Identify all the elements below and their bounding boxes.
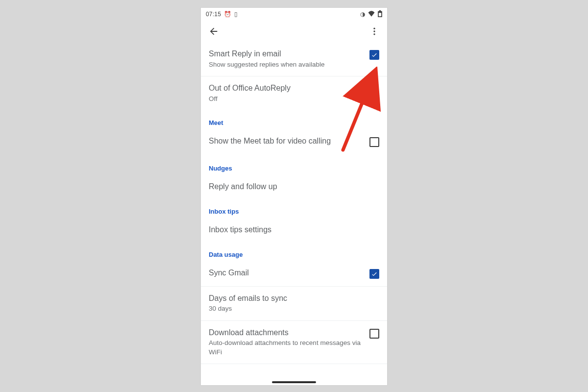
row-subtitle: Show suggested replies when available bbox=[209, 60, 365, 69]
phone-frame: 07:15 ⏰ ▯ ◑ Smart Reply in email bbox=[201, 8, 387, 385]
row-download-attachments[interactable]: Download attachments Auto-download attac… bbox=[201, 321, 387, 364]
section-header-inbox-tips: Inbox tips bbox=[201, 199, 387, 218]
dnd-icon: ◑ bbox=[360, 11, 365, 17]
svg-point-1 bbox=[373, 30, 375, 32]
wifi-icon bbox=[368, 11, 375, 18]
row-subtitle: Off bbox=[209, 95, 379, 103]
overflow-menu-button[interactable] bbox=[365, 22, 384, 41]
row-title: Inbox tips settings bbox=[209, 225, 379, 235]
row-nudges[interactable]: Reply and follow up bbox=[201, 175, 387, 199]
alarm-icon: ⏰ bbox=[224, 11, 231, 17]
svg-point-2 bbox=[373, 33, 375, 35]
status-bar: 07:15 ⏰ ▯ ◑ bbox=[201, 8, 387, 21]
device-icon: ▯ bbox=[234, 11, 238, 17]
row-inbox-tips[interactable]: Inbox tips settings bbox=[201, 218, 387, 242]
row-title: Sync Gmail bbox=[209, 268, 365, 278]
row-title: Download attachments bbox=[209, 328, 365, 338]
row-subtitle: 30 days bbox=[209, 304, 379, 313]
row-title: Days of emails to sync bbox=[209, 294, 379, 304]
section-header-meet: Meet bbox=[201, 110, 387, 129]
app-bar bbox=[201, 21, 387, 42]
home-indicator bbox=[272, 381, 316, 383]
row-title: Out of Office AutoReply bbox=[209, 83, 379, 94]
svg-point-0 bbox=[373, 28, 375, 29]
row-meet-tab[interactable]: Show the Meet tab for video calling bbox=[201, 129, 387, 156]
back-button[interactable] bbox=[204, 22, 223, 41]
section-header-nudges: Nudges bbox=[201, 156, 387, 175]
checkbox-smart-reply[interactable] bbox=[369, 50, 379, 60]
row-days-sync[interactable]: Days of emails to sync 30 days bbox=[201, 287, 387, 321]
row-title: Reply and follow up bbox=[209, 182, 379, 192]
checkbox-sync-gmail[interactable] bbox=[369, 269, 379, 279]
battery-icon bbox=[378, 10, 382, 18]
row-out-of-office[interactable]: Out of Office AutoReply Off bbox=[201, 76, 387, 110]
settings-list: Smart Reply in email Show suggested repl… bbox=[201, 42, 387, 364]
section-header-data-usage: Data usage bbox=[201, 242, 387, 261]
checkbox-meet-tab[interactable] bbox=[369, 137, 379, 147]
row-smart-reply[interactable]: Smart Reply in email Show suggested repl… bbox=[201, 42, 387, 76]
row-subtitle: Auto-download attachments to recent mess… bbox=[209, 339, 365, 356]
checkbox-download-attachments[interactable] bbox=[369, 329, 379, 339]
row-title: Show the Meet tab for video calling bbox=[209, 136, 365, 147]
status-time: 07:15 bbox=[206, 11, 221, 18]
row-title: Smart Reply in email bbox=[209, 49, 365, 59]
row-sync-gmail[interactable]: Sync Gmail bbox=[201, 261, 387, 287]
